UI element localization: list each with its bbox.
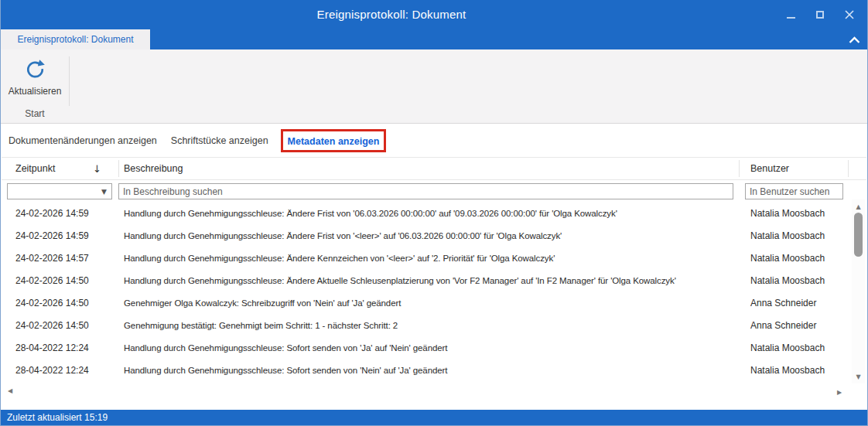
column-header-zeitpunkt[interactable]: Zeitpunkt (15, 158, 55, 179)
cell-description: Handlung durch Genehmigungsschleuse: Änd… (124, 225, 736, 247)
app-window: Ereignisprotokoll: Dokument Ereignisprot… (0, 0, 868, 426)
cell-time: 24-02-2026 14:50 (15, 315, 89, 337)
table-row[interactable]: 28-04-2022 12:24 Handlung durch Genehmig… (2, 337, 849, 360)
user-search-input[interactable] (745, 183, 843, 199)
maximize-button[interactable] (805, 0, 835, 29)
vertical-scrollbar[interactable]: ▲ ▼ (852, 199, 865, 383)
table-row[interactable]: 24-02-2026 14:50 Genehmiger Olga Kowalcz… (2, 292, 849, 315)
minimize-icon (787, 17, 795, 19)
cell-user: Natalia Moosbach (750, 337, 825, 360)
horizontal-scrollbar[interactable]: ◀ ▶ (2, 383, 846, 397)
dropdown-caret-icon: ▼ (101, 188, 107, 196)
filter-row: ▼ (1, 180, 867, 203)
cell-description: Genehmiger Olga Kowalczyk: Schreibzugrif… (124, 292, 736, 315)
cell-description: Handlung durch Genehmigungsschleuse: Änd… (124, 270, 736, 292)
cell-time: 24-02-2026 14:59 (15, 225, 89, 247)
table-row[interactable]: 28-04-2022 12:24 Handlung durch Genehmig… (2, 360, 849, 382)
column-divider (118, 160, 119, 177)
column-header-benutzer[interactable]: Benutzer (750, 158, 789, 179)
sort-descending-icon[interactable]: ↓ (93, 158, 101, 179)
cell-user: Natalia Moosbach (750, 225, 825, 247)
last-updated-text: Zuletzt aktualisiert 15:19 (7, 412, 108, 423)
cell-time: 24-02-2026 14:59 (15, 203, 89, 225)
titlebar: Ereignisprotokoll: Dokument (1, 0, 867, 29)
minimize-button[interactable] (776, 0, 805, 29)
cell-description: Handlung durch Genehmigungsschleuse: Sof… (124, 337, 736, 360)
table-body: 24-02-2026 14:59 Handlung durch Genehmig… (2, 203, 849, 382)
tab-strip: Ereignisprotokoll: Dokument (1, 29, 867, 49)
view-link-dokumentenaenderungen[interactable]: Dokumentenänderungen anzeigen (9, 135, 157, 146)
scroll-right-arrow-icon[interactable]: ▶ (834, 387, 845, 397)
view-link-metadaten[interactable]: Metadaten anzeigen (288, 136, 380, 147)
status-bar: Zuletzt aktualisiert 15:19 (1, 410, 867, 426)
cell-description: Handlung durch Genehmigungsschleuse: Sof… (124, 360, 736, 382)
vertical-scrollbar-thumb[interactable] (854, 213, 863, 257)
cell-user: Natalia Moosbach (750, 360, 825, 382)
cell-user: Anna Schneider (750, 315, 816, 337)
cell-time: 24-02-2026 14:50 (15, 270, 89, 292)
cell-user: Natalia Moosbach (750, 247, 825, 270)
table-row[interactable]: 24-02-2026 14:59 Handlung durch Genehmig… (2, 225, 849, 247)
ribbon: Aktualisieren Start (1, 49, 867, 124)
ribbon-group-divider (69, 56, 70, 106)
table-row[interactable]: 24-02-2026 14:50 Genehmigung bestätigt: … (2, 315, 849, 337)
chevron-up-icon (849, 36, 860, 44)
window-title: Ereignisprotokoll: Dokument (1, 0, 782, 29)
cell-time: 28-04-2022 12:24 (15, 337, 89, 360)
cell-time: 24-02-2026 14:50 (15, 292, 89, 315)
column-divider (739, 160, 740, 177)
refresh-button-label: Aktualisieren (9, 86, 62, 97)
refresh-button[interactable]: Aktualisieren (2, 54, 67, 111)
scroll-down-arrow-icon[interactable]: ▼ (852, 371, 865, 382)
window-controls (776, 0, 864, 29)
cell-user: Natalia Moosbach (750, 270, 825, 292)
cell-time: 28-04-2022 12:24 (15, 360, 89, 382)
ribbon-group-label: Start (1, 108, 69, 119)
maximize-icon (816, 11, 824, 19)
view-link-schriftstuecke[interactable]: Schriftstücke anzeigen (171, 135, 268, 146)
close-icon (845, 10, 854, 19)
scroll-left-arrow-icon[interactable]: ◀ (5, 385, 15, 396)
column-header-beschreibung[interactable]: Beschreibung (124, 158, 183, 179)
cell-time: 24-02-2026 14:57 (15, 247, 89, 270)
view-switcher: Dokumentenänderungen anzeigen Schriftstü… (1, 124, 867, 157)
table-row[interactable]: 24-02-2026 14:59 Handlung durch Genehmig… (2, 203, 849, 225)
description-search-input[interactable] (118, 183, 733, 199)
close-button[interactable] (835, 0, 864, 29)
collapse-ribbon-button[interactable] (846, 33, 863, 46)
column-divider (848, 160, 849, 177)
cell-user: Anna Schneider (750, 292, 816, 315)
scroll-up-arrow-icon[interactable]: ▲ (852, 201, 865, 212)
refresh-icon (25, 59, 46, 80)
table-row[interactable]: 24-02-2026 14:57 Handlung durch Genehmig… (2, 247, 849, 270)
cell-description: Handlung durch Genehmigungsschleuse: Änd… (124, 203, 736, 225)
cell-user: Natalia Moosbach (750, 203, 825, 225)
table-row[interactable]: 24-02-2026 14:50 Handlung durch Genehmig… (2, 270, 849, 292)
tab-ereignisprotokoll[interactable]: Ereignisprotokoll: Dokument (1, 29, 150, 49)
cell-description: Genehmigung bestätigt: Genehmigt beim Sc… (124, 315, 736, 337)
cell-description: Handlung durch Genehmigungsschleuse: Änd… (124, 247, 736, 270)
table-header: Zeitpunkt ↓ Beschreibung Benutzer (2, 157, 866, 180)
time-filter-dropdown[interactable]: ▼ (7, 183, 112, 199)
annotation-highlight-box: Metadaten anzeigen (281, 129, 387, 152)
